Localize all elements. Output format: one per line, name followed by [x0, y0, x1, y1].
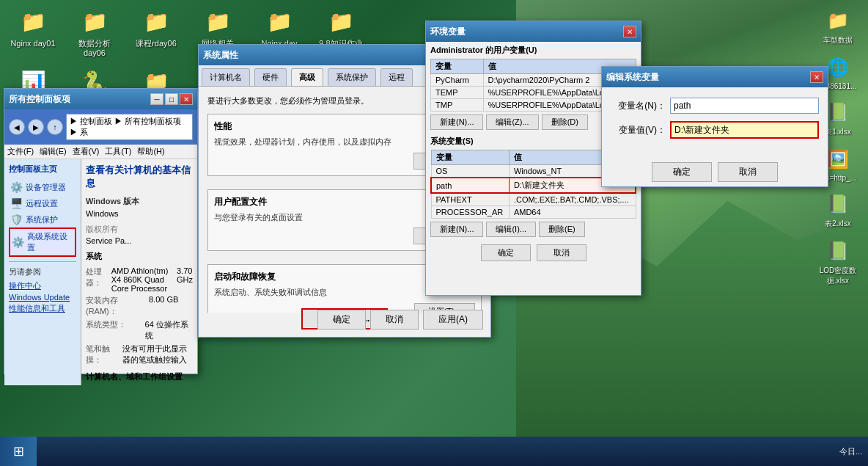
back-button[interactable]: ◀ — [9, 119, 25, 135]
close-button[interactable]: ✕ — [623, 26, 636, 37]
col-var-header: 变量 — [431, 59, 484, 74]
sidebar-label: 高级系统设置 — [27, 231, 73, 253]
start-button[interactable]: ⊞ — [0, 437, 37, 466]
sidebar-label: 系统保护 — [26, 214, 58, 225]
ram-row: 安装内存(RAM)： 8.00 GB — [86, 295, 193, 317]
apply-button[interactable]: 应用(A) — [423, 310, 483, 330]
ostype-row: 系统类型： 64 位操作系统 — [86, 319, 193, 341]
system-delete-button[interactable]: 删除(E) — [539, 222, 585, 237]
desktop-icon-excel2[interactable]: 📗 表2.xlsx — [812, 189, 864, 229]
link-windows-update[interactable]: Windows Update — [9, 293, 76, 302]
ostype-value: 64 位操作系统 — [145, 319, 193, 341]
tab-remote[interactable]: 远程 — [380, 68, 413, 86]
edit-cancel-button[interactable]: 取消 — [718, 162, 778, 182]
window-controls: ─ □ ✕ — [150, 93, 193, 105]
pen-row: 笔和触摸： 没有可用于此显示器的笔或触控输入 — [86, 343, 193, 365]
env-ok-button[interactable]: 确定 — [481, 244, 531, 261]
folder-icon: 📁 — [326, 7, 356, 36]
ram-value: 8.00 GB — [149, 295, 178, 317]
user-new-button[interactable]: 新建(N)... — [430, 114, 483, 130]
edit-win-titlebar[interactable]: 编辑系统变量 ✕ — [602, 67, 828, 87]
sidebar-item-remote[interactable]: 🖥️ 远程设置 — [9, 195, 76, 211]
edit-ok-button[interactable]: 确定 — [652, 162, 712, 182]
var-name: OS — [431, 165, 509, 178]
env-win-titlebar[interactable]: 环境变量 ✕ — [426, 21, 641, 42]
desktop-icon-lod[interactable]: 📗 LOD密度数据.xlsx — [812, 236, 864, 286]
control-panel-title: 所有控制面板项 — [9, 93, 150, 106]
settings-icon: ⚙️ — [12, 236, 24, 248]
user-edit-button[interactable]: 编辑(Z)... — [486, 114, 538, 130]
icon-label: 课程rday06 — [136, 39, 177, 48]
up-button[interactable]: ↑ — [47, 119, 63, 135]
edit-variable-window: 编辑系统变量 ✕ 变量名(N)： 变量值(V)： 确定 取消 — [601, 66, 828, 187]
desktop: 📁 Nginx day01 📁 数据分析day06 📁 课程rday06 📁 网… — [0, 0, 868, 466]
windows-text: Windows — [86, 209, 193, 218]
window-controls: ✕ — [623, 26, 636, 37]
menu-view[interactable]: 查看(V) — [73, 146, 100, 157]
menu-edit[interactable]: 编辑(E) — [40, 146, 67, 157]
icon-label: LOD密度数据.xlsx — [820, 266, 857, 286]
menu-tools[interactable]: 工具(T) — [105, 146, 131, 157]
shield-icon: 🛡️ — [10, 214, 23, 225]
tab-system-protection[interactable]: 系统保护 — [328, 68, 376, 86]
tab-hardware[interactable]: 硬件 — [254, 68, 287, 86]
var-name: path — [431, 178, 509, 193]
forward-button[interactable]: ▶ — [28, 119, 44, 135]
table-row[interactable]: PATHEXT .COM;.EXE;.BAT;.CMD;.VBS;.... — [431, 193, 636, 206]
processor-speed: 3.70 GHz — [177, 266, 193, 293]
link-performance[interactable]: 性能信息和工具 — [9, 303, 76, 314]
desktop-icon-nginx[interactable]: 📁 Nginx day01 — [4, 4, 62, 61]
minimize-button[interactable]: ─ — [150, 93, 163, 105]
system-label: 系统 — [86, 251, 193, 262]
ram-label: 安装内存(RAM)： — [86, 295, 144, 317]
tab-computer-name[interactable]: 计算机名 — [202, 68, 250, 86]
system-edit-button[interactable]: 编辑(I)... — [486, 222, 536, 237]
maximize-button[interactable]: □ — [165, 93, 178, 105]
windows-icon: ⊞ — [13, 443, 24, 459]
var-value-label: 变量值(V)： — [611, 124, 666, 136]
menu-bar: 文件(F) 编辑(E) 查看(V) 工具(T) 帮助(H) — [4, 145, 197, 159]
var-value-row: 变量值(V)： — [611, 121, 819, 139]
link-operations[interactable]: 操作中心 — [9, 280, 76, 291]
sidebar-label: 远程设置 — [26, 198, 58, 209]
folder-icon: 📁 — [80, 7, 109, 36]
var-value-input[interactable] — [670, 121, 819, 139]
var-value: .COM;.EXE;.BAT;.CMD;.VBS;.... — [509, 193, 636, 206]
sidebar-item-advanced[interactable]: ⚙️ 高级系统设置 — [9, 227, 76, 257]
desktop-icon-data[interactable]: 📁 数据分析day06 — [65, 4, 124, 61]
var-name-input[interactable] — [670, 98, 819, 114]
edit-win-body: 变量名(N)： 变量值(V)： — [602, 87, 828, 156]
control-panel-titlebar[interactable]: 所有控制面板项 ─ □ ✕ — [4, 89, 197, 109]
taskbar: ⊞ 今日... — [0, 437, 868, 466]
folder-icon: 📁 — [141, 7, 171, 36]
sidebar-item-protection[interactable]: 🛡️ 系统保护 — [9, 211, 76, 227]
close-button[interactable]: ✕ — [180, 93, 193, 105]
menu-file[interactable]: 文件(F) — [7, 146, 34, 157]
desktop-icon-course[interactable]: 📁 课程rday06 — [127, 4, 185, 61]
windows-version-label: Windows 版本 — [86, 196, 193, 207]
service-pack-value: Service Pa... — [86, 236, 193, 245]
sidebar-item-devices[interactable]: ⚙️ 设备管理器 — [9, 179, 76, 195]
var-name: PyCharm — [431, 74, 484, 87]
sys-action-buttons: 确定 取消 应用(A) — [317, 310, 483, 330]
table-row[interactable]: PROCESSOR_AR AMD64 — [431, 206, 636, 219]
nav-bar: ◀ ▶ ↑ ▶ 控制面板 ▶ 所有控制面板项 ▶ 系 — [4, 109, 197, 145]
folder-icon: 📁 — [203, 7, 232, 36]
cp-main-content: 查看有关计算机的基本信息 Windows 版本 Windows 版权所有 Ser… — [81, 159, 197, 385]
folder-icon: 📁 — [18, 7, 48, 36]
desktop-icon-car[interactable]: 📁 车型数据 — [812, 6, 864, 45]
env-cancel-button[interactable]: 取消 — [537, 244, 586, 261]
user-delete-button[interactable]: 删除(D) — [542, 114, 588, 130]
tab-advanced[interactable]: 高级 — [291, 68, 323, 86]
system-new-button[interactable]: 新建(N)... — [430, 222, 483, 237]
close-button[interactable]: ✕ — [810, 71, 823, 83]
control-panel-window: 所有控制面板项 ─ □ ✕ ◀ ▶ ↑ ▶ 控制面板 ▶ 所有控制面板项 ▶ 系… — [4, 88, 198, 374]
menu-help[interactable]: 帮助(H) — [137, 146, 164, 157]
cancel-button[interactable]: 取消 — [370, 310, 419, 330]
col-var-header: 变量 — [431, 150, 509, 165]
address-bar[interactable]: ▶ 控制面板 ▶ 所有控制面板项 ▶ 系 — [66, 114, 193, 140]
icon-label: 车型数据 — [823, 35, 853, 45]
ostype-label: 系统类型： — [86, 319, 141, 341]
processor-label: 处理器： — [86, 266, 107, 293]
ok-button[interactable]: 确定 — [317, 310, 366, 330]
